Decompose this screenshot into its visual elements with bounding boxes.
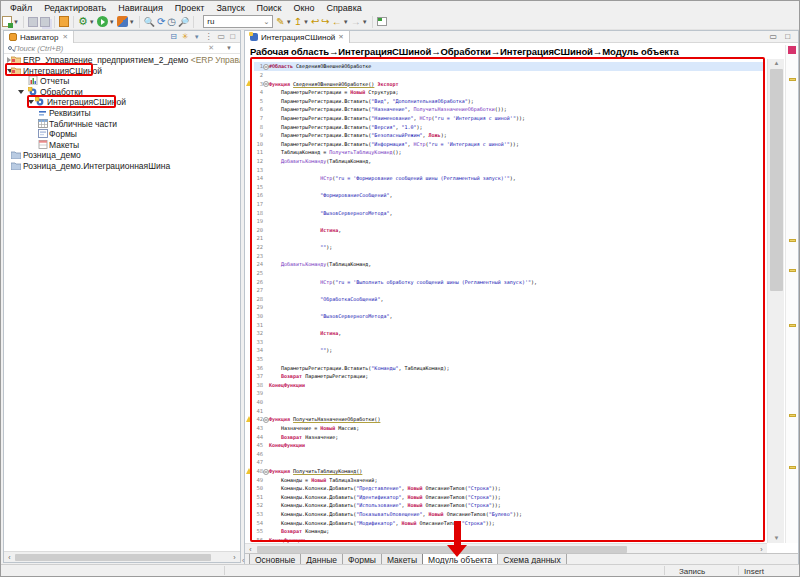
maximize-icon[interactable]: □ — [230, 32, 235, 41]
tree-item-Розница_демо.ИнтеграционнаяШина[interactable]: Розница_демо.ИнтеграционнаяШина — [4, 160, 240, 171]
back-icon[interactable]: ←▼ — [332, 15, 349, 29]
code-line-32[interactable]: 32 Истина, — [254, 329, 765, 338]
code-line-22[interactable]: 22 ""); — [254, 243, 765, 252]
code-line-6[interactable]: 6 ПараметрыРегистрации.Вставить("Назначе… — [254, 105, 765, 114]
navigator-tab[interactable]: Навигатор ✕ — [4, 31, 74, 43]
clear-search-icon[interactable]: ✕ — [208, 44, 214, 52]
overview-ruler[interactable] — [785, 45, 798, 543]
menu-Навигация[interactable]: Навигация — [112, 3, 168, 13]
update-db-icon[interactable] — [59, 15, 69, 29]
code-line-19[interactable]: 19 — [254, 217, 765, 226]
code-line-54[interactable]: 54 Команды.Колонки.Добавить("Модификатор… — [254, 518, 765, 527]
menu-Редактировать[interactable]: Редактировать — [38, 3, 112, 13]
code-line-45[interactable]: 45КонецФункции — [254, 441, 765, 450]
warning-icon[interactable] — [246, 468, 252, 474]
code-line-15[interactable]: 15 — [254, 183, 765, 192]
scroll-right-icon[interactable]: › — [230, 553, 239, 562]
code-line-38[interactable]: 38КонецФункции — [254, 381, 765, 390]
code-line-36[interactable]: 36 ПараметрыРегистрации.Вставить("Команд… — [254, 363, 765, 372]
code-line-9[interactable]: 9 ПараметрыРегистрации.Вставить("Безопас… — [254, 131, 765, 140]
code-line-52[interactable]: 52 Команды.Колонки.Добавить("Использован… — [254, 501, 765, 510]
overview-warning-mark[interactable] — [789, 78, 796, 81]
navigator-search[interactable]: Поиск (Ctrl+B) ✕ ▼ — [4, 43, 240, 54]
maximize-icon[interactable]: □ — [785, 32, 790, 41]
tree-item-Розница_демо[interactable]: Розница_демо — [4, 149, 240, 160]
breadcrumb[interactable]: Рабочая область→ИнтеграцияСШиной→Обработ… — [245, 43, 798, 59]
menu-Окно[interactable]: Окно — [288, 3, 321, 13]
code-line-29[interactable]: 29 — [254, 303, 765, 312]
scroll-up-icon[interactable]: ▲ — [768, 59, 785, 68]
history-icon[interactable]: ◷ — [167, 15, 176, 29]
back-history-icon[interactable]: ↩ — [311, 15, 319, 29]
tree-item-Макеты[interactable]: Макеты — [4, 139, 240, 150]
search-small-icon[interactable]: 🔍 — [144, 15, 155, 29]
code-line-24[interactable]: 24 ДобавитьКоманду(ТаблицаКоманд, — [254, 260, 765, 269]
code-line-2[interactable]: 2 — [254, 71, 765, 80]
menu-Файл[interactable]: Файл — [4, 3, 38, 13]
code-line-20[interactable]: 20 Истина, — [254, 226, 765, 235]
tree-item-ИнтеграцияСШиной[interactable]: ИнтеграцияСШиной — [4, 65, 240, 76]
code-line-55[interactable]: 55 Возврат Команды; — [254, 527, 765, 536]
search-dropdown-icon[interactable]: ▼ — [226, 45, 232, 51]
minimize-icon[interactable]: ▭ — [770, 32, 778, 41]
link-editor-icon[interactable]: ✳ — [182, 32, 189, 41]
overview-warning-mark[interactable] — [789, 414, 796, 417]
code-line-30[interactable]: 30 "ВызовСерверногоМетода", — [254, 312, 765, 321]
code-line-1[interactable]: 1#Область СведенияОВнешнейОбработке — [254, 62, 765, 71]
overview-warning-mark[interactable] — [789, 466, 796, 469]
code-line-28[interactable]: 28 "ОбработкаСообщений", — [254, 294, 765, 303]
overview-warning-mark[interactable] — [789, 239, 796, 242]
code-line-49[interactable]: 49 Команды = Новый ТаблицаЗначений; — [254, 475, 765, 484]
code-line-21[interactable]: 21 — [254, 234, 765, 243]
editor-vscrollbar[interactable]: ▲ ▼ — [767, 59, 784, 543]
scroll-left-icon[interactable]: ‹ — [5, 553, 14, 562]
scrollbar-thumb[interactable] — [770, 69, 783, 291]
code-line-7[interactable]: 7 ПараметрыРегистрации.Вставить("Наимено… — [254, 114, 765, 123]
code-line-13[interactable]: 13 — [254, 165, 765, 174]
code-line-42[interactable]: 42Функция ПолучитьНазначениеОбработки() — [254, 415, 765, 424]
last-edit-icon[interactable]: ✎▼ — [276, 15, 291, 29]
code-line-41[interactable]: 41 — [254, 406, 765, 415]
new-icon[interactable]: ▼ — [2, 15, 19, 29]
code-editor[interactable]: 1#Область СведенияОВнешнейОбработке23Фун… — [245, 59, 798, 543]
scrollbar-thumb[interactable] — [15, 554, 211, 561]
filter-icon[interactable]: ▼ — [194, 34, 200, 40]
code-line-44[interactable]: 44 Возврат Назначение; — [254, 432, 765, 441]
save-icon[interactable] — [28, 15, 38, 29]
code-line-40[interactable]: 40 — [254, 398, 765, 407]
tree-item-ИнтеграцияСШиной[interactable]: ИнтеграцияСШиной — [4, 96, 240, 107]
save-all-icon[interactable] — [40, 15, 50, 29]
code-line-3[interactable]: 3Функция СведенияОВнешнейОбработке() Экс… — [254, 79, 765, 88]
editor-tab[interactable]: ИнтеграцияСШиной ✕ — [245, 31, 350, 43]
code-line-8[interactable]: 8 ПараметрыРегистрации.Вставить("Версия"… — [254, 122, 765, 131]
open-perspective-icon[interactable] — [377, 15, 387, 29]
forward-history-icon[interactable]: ↪ — [321, 15, 329, 29]
tab-overflow-icon[interactable]: ‹ — [242, 557, 244, 564]
overview-warning-mark[interactable] — [789, 324, 796, 327]
code-line-4[interactable]: 4 ПараметрыРегистрации = Новый Структура… — [254, 88, 765, 97]
sync-icon[interactable]: ⟳ — [157, 15, 165, 29]
code-line-25[interactable]: 25 — [254, 269, 765, 278]
tree-item-ERP_Управление_предприятием_2_демо[interactable]: ERP_Управление_предприятием_2_демо <ERP … — [4, 54, 240, 65]
close-icon[interactable]: ✕ — [62, 33, 67, 41]
prev-annotation-icon[interactable]: ↥▼ — [294, 15, 309, 29]
menu-Поиск[interactable]: Поиск — [251, 3, 288, 13]
warning-icon[interactable] — [246, 80, 252, 86]
code-line-12[interactable]: 12 ДобавитьКоманду(ТаблицаКоманд, — [254, 157, 765, 166]
code-line-18[interactable]: 18 "ВызовСерверногоМетода", — [254, 208, 765, 217]
close-icon[interactable]: ✕ — [338, 33, 343, 41]
code-line-26[interactable]: 26 НСтр("ru = 'Выполнить обработку сообщ… — [254, 277, 765, 286]
scroll-down-icon[interactable]: ▼ — [768, 534, 785, 543]
editor-hscrollbar[interactable]: ‹ › — [245, 543, 767, 553]
code-line-47[interactable]: 47 — [254, 458, 765, 467]
code-line-17[interactable]: 17 — [254, 200, 765, 209]
code-line-43[interactable]: 43 Назначение = Новый Массив; — [254, 424, 765, 433]
code-line-56[interactable]: 56КонецФункции — [254, 536, 765, 543]
code-line-50[interactable]: 50 Команды.Колонки.Добавить("Представлен… — [254, 484, 765, 493]
search-doc-icon[interactable]: 🔎 — [178, 15, 189, 29]
tree-item-Табличные части[interactable]: Табличные части — [4, 118, 240, 129]
chevron-down-icon[interactable] — [28, 100, 34, 104]
code-line-39[interactable]: 39 — [254, 389, 765, 398]
menu-Справка[interactable]: Справка — [320, 3, 367, 13]
code-line-27[interactable]: 27 — [254, 286, 765, 295]
